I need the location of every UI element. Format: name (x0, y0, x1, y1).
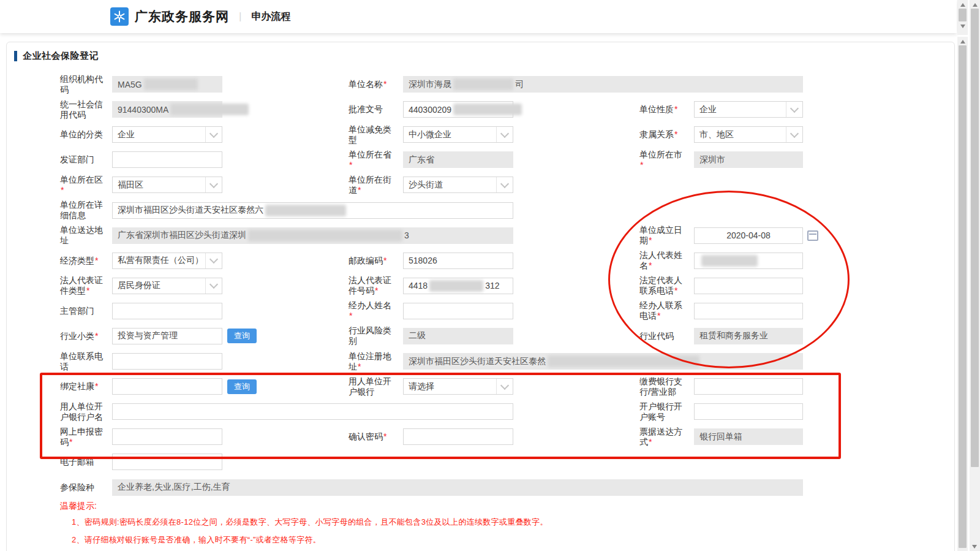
bank-account-name-label: 用人单位开户银行户名 (60, 401, 112, 422)
required-asterisk: * (95, 256, 98, 265)
content-scrollbar[interactable] (957, 37, 968, 551)
legal-cert-no-input[interactable]: 4418312 (403, 278, 513, 294)
scroll-down-icon[interactable] (972, 545, 977, 549)
form-row: 用人单位开户银行户名 开户银行开户账号 (7, 399, 954, 424)
unit-class-value: 企业 (118, 129, 135, 140)
scrollbar-thumb[interactable] (959, 45, 967, 548)
required-asterisk: * (61, 185, 64, 195)
bank-select-select[interactable]: 请选择 (403, 378, 513, 395)
industry-code-label: 行业代码 (639, 331, 694, 341)
field-reg-addr: 单位注册地址*深圳市福田区沙头街道天安社区泰然 (349, 349, 803, 374)
form-row: 绑定社康*查询 用人单位开户银行请选择 缴费银行支行/营业部 (7, 374, 954, 399)
required-asterisk: * (657, 311, 660, 321)
relief-type-value: 中小微企业 (409, 129, 451, 140)
industry-risk-label: 行业风险类别 (349, 325, 403, 346)
bank-account-no-input[interactable] (694, 403, 803, 420)
unit-phone-input[interactable] (112, 353, 222, 370)
economic-type-value: 私营有限责任（公司） (118, 255, 203, 266)
field-industry-risk: 行业风险类别二级 (349, 324, 513, 349)
uscc-value: 91440300MA (118, 105, 168, 115)
field-pay-bank-branch: 缴费银行支行/营业部 (639, 374, 803, 399)
street-select[interactable]: 沙头街道 (403, 177, 513, 193)
chevron-down-icon (496, 127, 513, 142)
scrollbar-thumb[interactable] (971, 9, 979, 467)
unit-name-value: 深圳市海晟 (409, 79, 451, 90)
scroll-down-icon[interactable] (960, 25, 965, 28)
industry-subclass-input[interactable]: 投资与资产管理 (112, 328, 222, 344)
bind-shekang-query-button[interactable]: 查询 (227, 379, 257, 394)
issuing-dept-input[interactable] (112, 151, 222, 168)
industry-code-input: 租赁和商务服务业 (694, 328, 803, 344)
reg-addr-input: 深圳市福田区沙头街道天安社区泰然 (403, 353, 803, 370)
browser-scrollbar[interactable] (970, 0, 980, 551)
supervisor-dept-input[interactable] (112, 303, 222, 319)
bank-account-name-input[interactable] (112, 403, 513, 420)
field-delivery-addr: 单位送达地址广东省深圳市福田区沙头街道深圳3 (60, 223, 513, 248)
required-asterisk: * (86, 286, 89, 295)
agent-phone-input[interactable] (694, 303, 803, 319)
insurance-types-value: 企业养老,失业,医疗,工伤,生育 (118, 482, 230, 493)
field-supervisor-dept: 主管部门 (60, 298, 222, 324)
required-asterisk: * (649, 437, 652, 447)
redacted-value (248, 230, 402, 241)
approval-doc-input[interactable]: 440300209 (403, 101, 513, 118)
approval-doc-label: 批准文号 (349, 104, 403, 115)
relief-type-label: 单位减免类型 (349, 124, 403, 145)
field-agent-phone: 经办人联系电话* (639, 298, 803, 324)
pay-bank-branch-input[interactable] (694, 378, 803, 395)
field-economic-type: 经济类型*私营有限责任（公司） (60, 248, 222, 273)
insurance-types-label: 参保险种 (60, 482, 112, 493)
delivery-addr-input: 广东省深圳市福田区沙头街道深圳3 (112, 227, 513, 244)
calendar-icon[interactable] (807, 230, 818, 241)
agent-name-input[interactable] (403, 303, 513, 319)
ticket-delivery-input: 银行回单箱 (694, 428, 803, 445)
industry-subclass-query-button[interactable]: 查询 (227, 329, 257, 343)
establish-date-input[interactable]: 2020-04-08 (694, 227, 803, 244)
confirm-password-input[interactable] (403, 428, 513, 445)
field-report-password: 网上申报密码* (60, 424, 222, 449)
issuing-dept-label: 发证部门 (60, 154, 112, 165)
report-password-input[interactable] (112, 428, 222, 445)
legal-cert-type-select[interactable]: 居民身份证 (112, 278, 222, 294)
affiliation-select[interactable]: 市、地区 (694, 126, 803, 143)
delivery-addr-value-suffix: 3 (404, 230, 409, 240)
field-bind-shekang: 绑定社康*查询 (60, 374, 257, 399)
industry-risk-value: 二级 (409, 330, 426, 341)
legal-rep-phone-input[interactable] (694, 278, 803, 294)
nav-item-application-flow[interactable]: 申办流程 (251, 10, 290, 23)
delivery-addr-label: 单位送达地址 (60, 225, 112, 246)
redacted-value (701, 255, 758, 267)
page-title: 企业社会保险登记 (23, 50, 99, 62)
unit-nature-select[interactable]: 企业 (694, 101, 803, 118)
scroll-up-icon[interactable] (960, 3, 965, 7)
relief-type-select[interactable]: 中小微企业 (403, 126, 513, 143)
field-approval-doc: 批准文号440300209 (349, 97, 513, 122)
delivery-addr-value: 广东省深圳市福田区沙头街道深圳 (118, 230, 246, 241)
detail-info-input[interactable]: 深圳市福田区沙头街道天安社区泰然六 (112, 202, 513, 219)
legal-cert-no-value-suffix: 312 (485, 281, 499, 291)
required-asterisk: * (69, 437, 72, 447)
industry-subclass-value: 投资与资产管理 (118, 330, 178, 341)
scroll-up-icon[interactable] (960, 40, 965, 44)
unit-class-label: 单位的分类 (60, 129, 112, 140)
form-row: 统一社会信用代码91440300MA 批准文号440300209 单位性质*企业 (7, 97, 954, 122)
scroll-up-icon[interactable] (973, 3, 978, 7)
unit-class-select[interactable]: 企业 (112, 126, 222, 143)
required-asterisk: * (640, 160, 643, 170)
legal-rep-name-input[interactable] (694, 253, 803, 269)
ticket-delivery-label: 票据送达方式* (639, 427, 694, 447)
economic-type-select[interactable]: 私营有限责任（公司） (112, 253, 222, 269)
unit-nature-label: 单位性质* (639, 104, 694, 115)
header-scrollbar[interactable] (957, 0, 968, 35)
bank-select-value: 请选择 (409, 381, 434, 392)
bind-shekang-input[interactable] (112, 378, 222, 395)
chevron-down-icon (786, 102, 802, 117)
email-input[interactable] (112, 454, 222, 470)
detail-info-value: 深圳市福田区沙头街道天安社区泰然六 (118, 205, 263, 216)
scrollbar-thumb[interactable] (959, 9, 967, 21)
insurance-types-input: 企业养老,失业,医疗,工伤,生育 (112, 479, 803, 496)
field-bank-account-no: 开户银行开户账号 (639, 399, 803, 424)
postal-code-input[interactable]: 518026 (403, 253, 513, 269)
chevron-down-icon (205, 127, 222, 142)
district-select[interactable]: 福田区 (112, 177, 222, 193)
